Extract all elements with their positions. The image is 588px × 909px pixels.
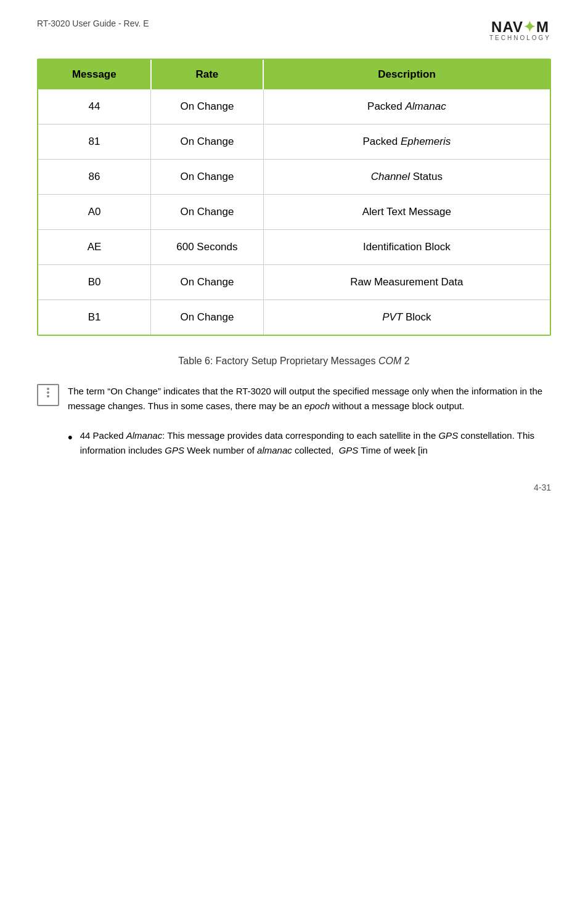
note-icon [37,384,59,406]
cell-rate-4: 600 Seconds [151,230,264,265]
bullet-italic-almanac2: almanac [257,445,292,455]
company-logo: NAV✦M TECHNOLOGY [489,18,551,41]
page-number: 4-31 [37,483,551,492]
bullet-italic-gps3: GPS [339,445,359,455]
table-row: B1On ChangePVT Block [38,300,550,335]
table-row: AE600 SecondsIdentification Block [38,230,550,265]
caption-prefix: Table 6: Factory Setup Proprietary Messa… [178,356,378,366]
table-row: 81On ChangePacked Ephemeris [38,124,550,160]
table-row: 44On ChangePacked Almanac [38,89,550,124]
cell-message-3: A0 [38,195,151,230]
cell-rate-3: On Change [151,195,264,230]
data-table: Message Rate Description 44On ChangePack… [37,59,551,336]
cell-rate-2: On Change [151,160,264,195]
note-suffix: without a message block output. [330,401,464,411]
bullet-italic-almanac: Almanac [126,430,162,441]
col-header-description: Description [263,60,550,89]
note-icon-dot3 [47,395,49,397]
cell-description-1: Packed Ephemeris [263,124,550,160]
logo-star: ✦ [523,18,536,35]
bullet-italic-gps2: GPS [165,445,184,455]
cell-description-6: PVT Block [263,300,550,335]
cell-description-2: Channel Status [263,160,550,195]
list-item: • 44 Packed Almanac: This message provid… [68,428,551,458]
table-row: B0On ChangeRaw Measurement Data [38,265,550,300]
cell-message-4: AE [38,230,151,265]
note-text: The term “On Change” indicates that the … [68,384,551,414]
cell-rate-6: On Change [151,300,264,335]
caption-suffix: 2 [401,356,409,366]
col-header-message: Message [38,60,151,89]
table-row: A0On ChangeAlert Text Message [38,195,550,230]
cell-rate-1: On Change [151,124,264,160]
table-header-row: Message Rate Description [38,60,550,89]
cell-message-5: B0 [38,265,151,300]
logo-sub: TECHNOLOGY [489,35,551,41]
bullet-dot: • [68,428,73,447]
document-title: RT-3020 User Guide - Rev. E [37,18,149,28]
note-icon-dot [47,388,49,390]
cell-rate-0: On Change [151,89,264,124]
cell-description-5: Raw Measurement Data [263,265,550,300]
note-icon-dot2 [47,391,49,394]
note-box: The term “On Change” indicates that the … [37,384,551,414]
logo-text: NAV✦M [491,18,549,36]
note-italic: epoch [304,401,330,411]
col-header-rate: Rate [151,60,264,89]
cell-message-1: 81 [38,124,151,160]
cell-description-4: Identification Block [263,230,550,265]
cell-description-0: Packed Almanac [263,89,550,124]
page-header: RT-3020 User Guide - Rev. E NAV✦M TECHNO… [37,18,551,41]
cell-message-6: B1 [38,300,151,335]
table-row: 86On ChangeChannel Status [38,160,550,195]
cell-description-3: Alert Text Message [263,195,550,230]
table-caption: Table 6: Factory Setup Proprietary Messa… [37,356,551,367]
page-number-text: 4-31 [534,483,551,492]
bullet-italic-gps1: GPS [438,430,458,441]
cell-message-0: 44 [38,89,151,124]
bullet-list: • 44 Packed Almanac: This message provid… [68,428,551,458]
cell-rate-5: On Change [151,265,264,300]
caption-italic: COM [378,356,401,366]
cell-message-2: 86 [38,160,151,195]
bullet-text: 44 Packed Almanac: This message provides… [80,428,551,458]
